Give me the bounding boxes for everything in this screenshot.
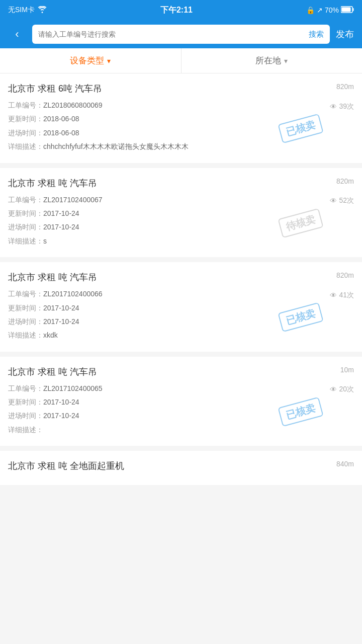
eye-icon: 👁 [330, 291, 337, 299]
card-workorder: 工单编号：ZL2017102400065 [8, 383, 103, 394]
card-title: 北京市 求租 6吨 汽车吊 [8, 83, 354, 95]
card-workorder: 工单编号：ZL2017102400066 [8, 288, 103, 299]
location-icon: ↗ [317, 6, 323, 14]
card-entry-date: 进场时间：2017-10-24 [8, 410, 354, 421]
card-distance: 820m [336, 271, 354, 279]
card-desc: 详细描述：xkdk [8, 330, 354, 341]
publish-button[interactable]: 发布 [336, 28, 354, 40]
card-desc: 详细描述： [8, 424, 354, 435]
nav-bar: ‹ 搜索 发布 [0, 20, 362, 48]
filter-device-type-chevron: ▾ [107, 57, 111, 65]
filter-location-label: 所在地 [255, 55, 281, 66]
card-meta-row: 工单编号：ZL2018060800069 👁 39次 [8, 100, 354, 113]
card-update-date: 更新时间：2017-10-24 [8, 396, 354, 408]
status-time: 下午2:11 [160, 5, 193, 16]
search-bar: 搜索 [32, 25, 330, 44]
filter-device-type[interactable]: 设备类型 ▾ [0, 48, 182, 73]
card-meta-row: 工单编号：ZL2017102400066 👁 41次 [8, 288, 354, 302]
eye-icon: 👁 [330, 385, 337, 393]
battery-text: 70% [325, 6, 339, 14]
search-input[interactable] [32, 30, 303, 38]
card-distance: 820m [336, 83, 354, 91]
card-title: 北京市 求租 吨 汽车吊 [8, 271, 354, 283]
card-views: 👁 20次 [330, 385, 354, 394]
filter-location-chevron: ▾ [284, 57, 288, 65]
card-views: 👁 52次 [330, 196, 354, 205]
battery-icon [341, 6, 354, 15]
eye-icon: 👁 [330, 197, 337, 205]
card-entry-date: 进场时间：2018-06-08 [8, 127, 354, 138]
card-update-date: 更新时间：2017-10-24 [8, 302, 354, 313]
card-workorder: 工单编号：ZL2018060800069 [8, 100, 103, 111]
card-title: 北京市 求租 吨 汽车吊 [8, 366, 354, 378]
status-left: 无SIM卡 [8, 6, 47, 15]
card-views: 👁 39次 [330, 102, 354, 111]
card-meta-row: 工单编号：ZL2017102400067 👁 52次 [8, 194, 354, 208]
card-distance: 820m [336, 177, 354, 185]
card-distance: 10m [340, 366, 354, 374]
back-button[interactable]: ‹ [8, 25, 26, 43]
status-bar: 无SIM卡 下午2:11 🔒 ↗ 70% [0, 0, 362, 20]
svg-rect-1 [352, 8, 353, 11]
list-item[interactable]: 北京市 求租 吨 汽车吊 10m 工单编号：ZL2017102400065 👁 … [0, 357, 362, 446]
list-item[interactable]: 北京市 求租 吨 汽车吊 820m 工单编号：ZL2017102400066 👁… [0, 262, 362, 352]
lock-icon: 🔒 [306, 6, 315, 14]
filter-location[interactable]: 所在地 ▾ [182, 48, 363, 73]
card-title: 北京市 求租 吨 汽车吊 [8, 177, 354, 189]
card-update-date: 更新时间：2017-10-24 [8, 208, 354, 219]
card-entry-date: 进场时间：2017-10-24 [8, 316, 354, 327]
filter-device-type-label: 设备类型 [70, 55, 104, 66]
card-entry-date: 进场时间：2017-10-24 [8, 221, 354, 232]
card-meta-row: 工单编号：ZL2017102400065 👁 20次 [8, 383, 354, 396]
no-sim-text: 无SIM卡 [8, 6, 35, 15]
card-list: 北京市 求租 6吨 汽车吊 820m 工单编号：ZL2018060800069 … [0, 73, 362, 485]
search-button[interactable]: 搜索 [303, 30, 330, 39]
card-workorder: 工单编号：ZL2017102400067 [8, 194, 103, 205]
card-title: 北京市 求租 吨 全地面起重机 [8, 460, 354, 472]
card-views: 👁 41次 [330, 291, 354, 300]
card-distance: 840m [336, 460, 354, 468]
card-desc: 详细描述：chhchchfyfuf木木木木欧诺拖头女魔头木木木木 [8, 141, 354, 152]
status-right: 🔒 ↗ 70% [306, 6, 354, 15]
list-item[interactable]: 北京市 求租 吨 全地面起重机 840m [0, 451, 362, 485]
eye-icon: 👁 [330, 103, 337, 111]
list-item[interactable]: 北京市 求租 6吨 汽车吊 820m 工单编号：ZL2018060800069 … [0, 73, 362, 163]
wifi-icon [38, 6, 47, 15]
card-update-date: 更新时间：2018-06-08 [8, 113, 354, 124]
list-item[interactable]: 北京市 求租 吨 汽车吊 820m 工单编号：ZL2017102400067 👁… [0, 168, 362, 258]
card-desc: 详细描述：s [8, 235, 354, 247]
svg-rect-2 [341, 7, 350, 12]
filter-bar: 设备类型 ▾ 所在地 ▾ [0, 48, 362, 73]
